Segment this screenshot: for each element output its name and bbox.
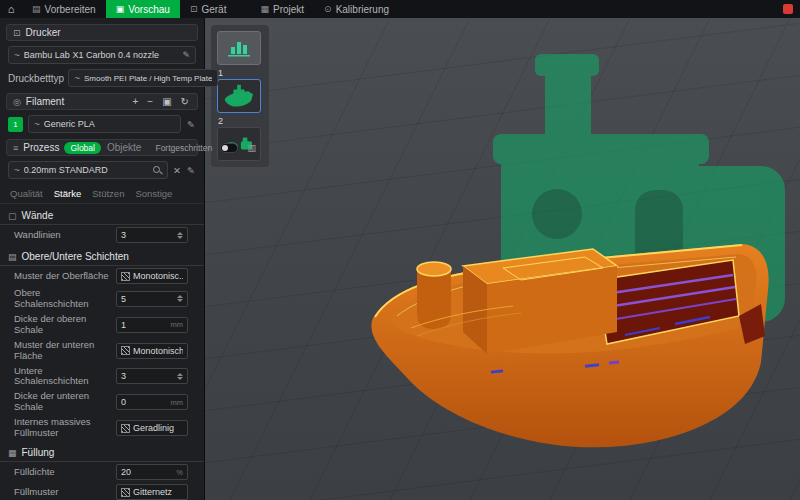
plate-overview-thumbnail[interactable] bbox=[217, 31, 261, 65]
spin-down-icon[interactable] bbox=[177, 377, 183, 380]
infill-pattern-select[interactable]: Gitternetz bbox=[116, 484, 188, 500]
pattern-swatch-icon bbox=[121, 346, 130, 355]
section-title: Wände bbox=[22, 210, 54, 221]
filament-section-label: Filament bbox=[26, 96, 64, 107]
infill-icon: ▦ bbox=[8, 448, 17, 458]
tab-vorbereiten[interactable]: ▤ Vorbereiten bbox=[22, 0, 106, 18]
advanced-toggle[interactable] bbox=[220, 143, 238, 153]
pattern-swatch-icon bbox=[121, 488, 130, 497]
top-shell-layers-spinner[interactable]: 5 bbox=[116, 291, 188, 307]
tab-projekt[interactable]: ▦ Projekt bbox=[250, 0, 314, 18]
tab-sonstige[interactable]: Sonstige bbox=[135, 188, 172, 199]
search-icon[interactable] bbox=[153, 166, 162, 175]
home-button[interactable]: ⌂ bbox=[0, 0, 22, 18]
process-icon: ≡ bbox=[13, 143, 18, 153]
spin-up-icon[interactable] bbox=[177, 373, 183, 376]
topbar: ⌂ ▤ Vorbereiten ▣ Vorschau ⊡ Gerät ▦ Pro… bbox=[0, 0, 800, 18]
benchy-chimney-base bbox=[417, 262, 451, 329]
filament-section-header[interactable]: ◎ Filament + − ▣ ↻ bbox=[6, 93, 198, 110]
param-row-infill-pattern: Füllmuster Gitternetz bbox=[0, 482, 204, 500]
filament-edit-icon[interactable]: ✎ bbox=[186, 119, 196, 130]
param-label: Muster der Oberfläche bbox=[14, 271, 116, 282]
bottom-shell-layers-spinner[interactable]: 3 bbox=[116, 368, 188, 384]
spin-down-icon[interactable] bbox=[177, 236, 183, 239]
device-icon: ⊡ bbox=[190, 4, 198, 14]
printer-section-label: Drucker bbox=[26, 27, 61, 38]
app-window: ⌂ ▤ Vorbereiten ▣ Vorschau ⊡ Gerät ▦ Pro… bbox=[0, 0, 800, 500]
spin-arrows[interactable] bbox=[177, 232, 183, 239]
notification-icon[interactable] bbox=[783, 4, 793, 14]
process-objects-tab[interactable]: Objekte bbox=[107, 142, 141, 153]
param-unit: mm bbox=[171, 398, 184, 407]
walls-icon: ▢ bbox=[8, 211, 17, 221]
spin-up-icon[interactable] bbox=[177, 232, 183, 235]
param-label: Dicke der unteren Schale bbox=[14, 391, 116, 413]
tab-geraet[interactable]: ⊡ Gerät bbox=[180, 0, 237, 18]
viewport-3d[interactable]: 1 2 bbox=[205, 18, 800, 500]
printer-edit-icon[interactable]: ✎ bbox=[182, 50, 190, 60]
spin-arrows[interactable] bbox=[177, 295, 183, 302]
section-header-infill: ▦ Füllung bbox=[0, 443, 204, 462]
param-unit: mm bbox=[171, 320, 184, 329]
advanced-settings-icon[interactable]: ▥ bbox=[246, 142, 257, 153]
spin-down-icon[interactable] bbox=[177, 299, 183, 302]
calibration-icon: ⊙ bbox=[324, 4, 332, 14]
add-filament-button[interactable]: + bbox=[130, 96, 140, 107]
filament-select[interactable]: ~ Generic PLA bbox=[28, 115, 181, 133]
param-label: Untere Schalenschichten bbox=[14, 366, 116, 388]
tab-vorschau[interactable]: ▣ Vorschau bbox=[106, 0, 180, 18]
pattern-swatch-icon bbox=[121, 272, 130, 281]
process-preset-name: 0.20mm STANDARD bbox=[24, 165, 149, 175]
param-label: Muster der unteren Fläche bbox=[14, 340, 116, 362]
filament-color-swatch[interactable]: 1 bbox=[8, 117, 23, 132]
param-row-bottom-shells: Untere Schalenschichten 3 bbox=[0, 364, 204, 390]
bottom-surface-pattern-select[interactable]: Monotonisch bbox=[116, 343, 188, 359]
process-preset-icon: ~ bbox=[14, 165, 20, 176]
plate-number: 1 bbox=[218, 68, 263, 78]
tab-qualitaet[interactable]: Qualität bbox=[10, 188, 43, 199]
section-header-walls: ▢ Wände bbox=[0, 206, 204, 225]
plate-1-thumbnail[interactable] bbox=[217, 79, 261, 113]
bed-type-label: Druckbetttyp bbox=[8, 73, 64, 84]
section-title: Füllung bbox=[22, 447, 55, 458]
tab-stuetzen[interactable]: Stützen bbox=[92, 188, 124, 199]
bed-type-select[interactable]: ~ Smooth PEI Plate / High Temp Plate bbox=[68, 69, 218, 87]
sync-filament-icon[interactable]: ↻ bbox=[179, 96, 191, 107]
process-preset-select[interactable]: ~ 0.20mm STANDARD bbox=[8, 161, 168, 179]
tab-kalibrierung[interactable]: ⊙ Kalibrierung bbox=[314, 0, 399, 18]
section-header-top-bottom: ▤ Obere/Untere Schichten bbox=[0, 247, 204, 266]
pattern-swatch-icon bbox=[121, 424, 130, 433]
param-value: 3 bbox=[121, 230, 174, 240]
viewport-3d-canvas[interactable] bbox=[205, 18, 800, 500]
wall-loops-spinner[interactable]: 3 bbox=[116, 227, 188, 243]
param-row-bottom-pattern: Muster der unteren Fläche Monotonisch bbox=[0, 338, 204, 364]
param-label: Internes massives Füllmuster bbox=[14, 417, 116, 439]
bed-type-value: Smooth PEI Plate / High Temp Plate bbox=[84, 74, 212, 83]
remove-filament-button[interactable]: − bbox=[145, 96, 155, 107]
param-label: Obere Schalenschichten bbox=[14, 288, 116, 310]
spin-up-icon[interactable] bbox=[177, 295, 183, 298]
advanced-label: Fortgeschritten bbox=[155, 143, 212, 153]
printer-section-header[interactable]: ⊡ Drucker bbox=[6, 24, 198, 41]
top-surface-pattern-select[interactable]: Monotonisc... bbox=[116, 268, 188, 284]
process-global-tab[interactable]: Global bbox=[64, 142, 101, 154]
tab-label: Projekt bbox=[273, 4, 304, 15]
filament-preset-icon: ~ bbox=[34, 119, 40, 130]
internal-solid-pattern-select[interactable]: Geradlinig bbox=[116, 420, 188, 436]
tab-staerke[interactable]: Stärke bbox=[54, 188, 81, 199]
param-row-wall-loops: Wandlinien 3 bbox=[0, 225, 204, 245]
spin-arrows[interactable] bbox=[177, 373, 183, 380]
printer-select[interactable]: ~ Bambu Lab X1 Carbon 0.4 nozzle ✎ bbox=[8, 46, 196, 64]
top-bottom-icon: ▤ bbox=[8, 252, 17, 262]
filament-name: Generic PLA bbox=[44, 119, 175, 129]
project-icon: ▦ bbox=[260, 4, 269, 14]
param-value: Gitternetz bbox=[133, 487, 183, 497]
edit-preset-icon[interactable]: ✎ bbox=[186, 165, 196, 176]
delete-preset-icon[interactable]: ✕ bbox=[172, 165, 182, 176]
flush-volumes-icon[interactable]: ▣ bbox=[160, 96, 173, 107]
process-preset-row: ~ 0.20mm STANDARD ✕ ✎ bbox=[8, 161, 196, 179]
bottom-shell-thickness-input[interactable]: 0 mm bbox=[116, 394, 188, 410]
top-shell-thickness-input[interactable]: 1 mm bbox=[116, 317, 188, 333]
infill-density-input[interactable]: 20 % bbox=[116, 464, 188, 480]
plate-1-preview bbox=[220, 82, 258, 110]
